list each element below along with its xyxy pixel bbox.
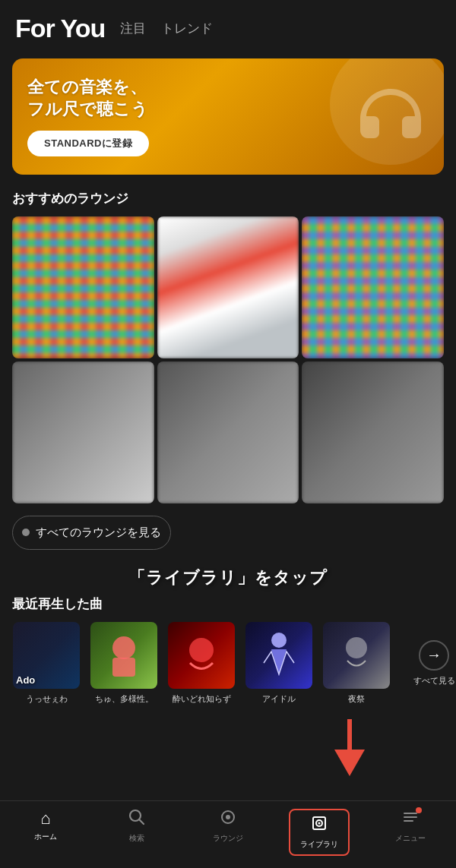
lounge-card-3[interactable] — [302, 216, 444, 358]
lounge-card-6[interactable] — [302, 361, 444, 503]
track-item-chu[interactable]: ちゅ、多様性。 — [90, 622, 158, 704]
main-content: For You 注目 トレンド 全ての音楽を、 フル尺で聴こう STANDARD… — [0, 0, 456, 852]
svg-point-11 — [318, 822, 321, 825]
lounge-card-4[interactable] — [12, 361, 154, 503]
track-item-yoidore[interactable]: 酔いどれ知らず — [167, 622, 236, 704]
svg-point-3 — [271, 633, 287, 648]
recent-section: 最近再生した曲 Ado うっせぇわ ちゅ、多様性。 — [0, 589, 456, 704]
lounge-section: おすすめのラウンジ すべてのラウンジを見る — [0, 190, 456, 549]
lounge-card-2[interactable] — [157, 216, 299, 358]
arrow-container — [334, 719, 365, 776]
track-name-ussewa: うっせぇわ — [26, 693, 68, 704]
svg-point-2 — [189, 638, 214, 662]
track-item-yomatsuri[interactable]: 夜祭 — [322, 622, 391, 704]
track-name-chu: ちゅ、多様性。 — [95, 693, 154, 704]
lounge-icon — [220, 809, 236, 830]
nav-label-home: ホーム — [34, 832, 57, 842]
nav-item-menu[interactable]: メニュー — [380, 809, 441, 856]
annotation-text: 「ライブラリ」をタップ — [116, 560, 340, 590]
lounge-section-title: おすすめのラウンジ — [0, 190, 456, 216]
tap-annotation: 「ライブラリ」をタップ — [0, 562, 456, 589]
home-icon: ⌂ — [40, 809, 50, 829]
nav-label-menu: メニュー — [395, 833, 426, 844]
track-name-yomatsuri: 夜祭 — [348, 693, 365, 704]
nav-label-search: 検索 — [129, 833, 144, 844]
svg-point-8 — [226, 815, 230, 819]
menu-icon — [402, 809, 419, 830]
bottom-nav: ⌂ ホーム 検索 ラウンジ ライブラリ — [0, 800, 456, 868]
track-name-yoidore: 酔いどれ知らず — [173, 693, 231, 704]
nav-item-lounge[interactable]: ラウンジ — [198, 809, 258, 856]
banner-content-left: 全ての音楽を、 フル尺で聴こう STANDARDに登録 — [27, 77, 149, 156]
nav-label-library: ライブラリ — [300, 839, 338, 850]
arrow-shaft — [347, 719, 352, 750]
tab-attention[interactable]: 注目 — [120, 20, 146, 37]
banner-text: 全ての音楽を、 フル尺で聴こう — [27, 77, 149, 120]
nav-item-search[interactable]: 検索 — [106, 809, 167, 856]
ado-label: Ado — [16, 674, 35, 686]
lounge-card-1[interactable] — [12, 216, 154, 358]
see-all-tracks-item[interactable]: → すべて見る — [400, 622, 456, 686]
track-cover-chu — [90, 622, 157, 689]
subscription-banner: 全ての音楽を、 フル尺で聴こう STANDARDに登録 — [12, 58, 444, 175]
headphone-icon — [353, 77, 429, 156]
see-all-arrow-icon: → — [419, 640, 449, 671]
track-cover-ussewa: Ado — [13, 622, 80, 689]
svg-line-6 — [140, 820, 144, 825]
nav-item-library[interactable]: ライブラリ — [289, 809, 350, 856]
lounge-card-5[interactable] — [157, 361, 299, 503]
lounge-dot-icon — [22, 529, 30, 536]
svg-point-0 — [112, 636, 135, 659]
track-cover-yoidore — [168, 622, 235, 689]
see-all-lounges-button[interactable]: すべてのラウンジを見る — [12, 516, 171, 550]
svg-point-4 — [346, 637, 367, 658]
lounge-grid — [0, 216, 456, 503]
nav-label-lounge: ラウンジ — [213, 833, 243, 844]
subscribe-button[interactable]: STANDARDに登録 — [27, 131, 149, 156]
search-icon — [128, 809, 145, 830]
svg-rect-1 — [112, 658, 135, 677]
arrow-down-annotation — [0, 719, 456, 776]
see-all-tracks-label: すべて見る — [413, 675, 455, 686]
track-cover-yomatsuri — [323, 622, 390, 689]
library-icon — [311, 815, 328, 836]
header: For You 注目 トレンド — [0, 0, 456, 51]
track-item-ussewa[interactable]: Ado うっせぇわ — [12, 622, 81, 704]
recent-tracks-list: Ado うっせぇわ ちゅ、多様性。 — [0, 622, 456, 704]
track-name-idol: アイドル — [262, 693, 296, 704]
nav-item-home[interactable]: ⌂ ホーム — [15, 809, 76, 856]
arrow-head — [334, 750, 365, 776]
track-cover-idol — [245, 622, 312, 689]
recent-section-title: 最近再生した曲 — [0, 589, 456, 622]
page-title: For You — [15, 14, 105, 43]
tab-trend[interactable]: トレンド — [161, 20, 213, 37]
track-item-idol[interactable]: アイドル — [245, 622, 313, 704]
